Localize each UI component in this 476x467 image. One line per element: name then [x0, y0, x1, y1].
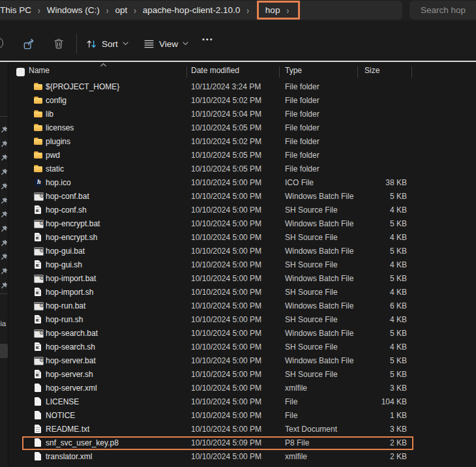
file-size: 6 KB	[358, 299, 412, 313]
file-row[interactable]: hop-run.sh 10/10/2024 5:00 PM SH Source …	[9, 313, 476, 327]
file-row[interactable]: hop-search.bat 10/10/2024 5:00 PM Window…	[9, 327, 476, 340]
breadcrumb-chevron-icon[interactable]: ›	[106, 5, 109, 15]
breadcrumb-chevron-icon[interactable]: ›	[38, 5, 40, 15]
file-name: hop-gui.sh	[46, 260, 82, 269]
clipped-toolbar-icon[interactable]	[0, 37, 3, 49]
row-empty-cell	[412, 395, 476, 409]
file-row[interactable]: hop-encrypt.bat 10/10/2024 5:00 PM Windo…	[9, 217, 476, 231]
chevron-down-icon	[183, 42, 188, 46]
file-type: File folder	[280, 94, 358, 108]
breadcrumb-item[interactable]: opt	[115, 5, 127, 15]
file-row[interactable]: LICENSE 10/10/2024 5:00 PM File 104 KB	[9, 395, 476, 409]
file-name: licenses	[46, 123, 74, 132]
file-name-cell: plugins	[9, 135, 187, 149]
more-options-button[interactable]: •••	[202, 35, 214, 43]
file-type: File folder	[280, 121, 358, 135]
column-header-type[interactable]: Type	[280, 63, 358, 79]
pushpin-icon	[1, 195, 8, 202]
folder-icon	[34, 123, 43, 132]
breadcrumb-item[interactable]: hop	[265, 5, 280, 15]
file-size: 2 KB	[358, 450, 412, 464]
breadcrumb-chevron-icon[interactable]: ›	[286, 5, 289, 15]
file-row[interactable]: hop-run.bat 10/10/2024 5:00 PM Windows B…	[9, 299, 476, 313]
file-name-cell: hop-search.sh	[9, 340, 187, 354]
file-row[interactable]: static 10/10/2024 5:05 PM File folder	[9, 162, 476, 176]
file-date-modified: 10/10/2024 5:00 PM	[187, 327, 280, 340]
file-name: snf_svc_user_key.p8	[46, 438, 119, 447]
file-date-modified: 10/10/2024 5:05 PM	[187, 149, 280, 162]
batch-file-icon	[34, 192, 43, 201]
breadcrumb-chevron-icon[interactable]: ›	[134, 5, 136, 15]
file-row[interactable]: licenses 10/10/2024 5:05 PM File folder	[9, 121, 476, 135]
file-name: hop.ico	[46, 178, 71, 187]
row-empty-cell	[412, 340, 476, 354]
breadcrumb-item[interactable]: Windows (C:)	[47, 5, 100, 15]
file-type: Windows Batch File	[280, 272, 358, 286]
column-header-size[interactable]: Size	[358, 63, 412, 79]
file-icon	[34, 411, 43, 420]
file-row-highlighted[interactable]: snf_svc_user_key.p8 10/10/2024 5:09 PM P…	[9, 436, 476, 450]
column-header-empty	[412, 63, 476, 79]
share-button[interactable]	[20, 35, 37, 52]
file-name: hop-server.sh	[46, 370, 93, 379]
file-date-modified: 10/10/2024 5:00 PM	[187, 217, 280, 231]
folder-icon	[34, 137, 43, 146]
file-size: 3 KB	[358, 382, 412, 395]
search-box[interactable]: Search hop	[409, 1, 476, 20]
shell-script-icon	[34, 260, 43, 269]
file-row[interactable]: hop.ico 10/10/2024 5:00 PM ICO File 38 K…	[9, 176, 476, 190]
pushpin-icon	[1, 237, 8, 245]
file-row[interactable]: hop-server.sh 10/10/2024 5:00 PM SH Sour…	[9, 368, 476, 382]
file-row[interactable]: hop-server.bat 10/10/2024 5:00 PM Window…	[9, 354, 476, 368]
file-date-modified: 10/10/2024 5:00 PM	[187, 368, 280, 382]
folder-icon	[34, 164, 43, 173]
file-date-modified: 10/10/2024 5:00 PM	[187, 340, 280, 354]
file-row[interactable]: hop-conf.sh 10/10/2024 5:00 PM SH Source…	[9, 203, 476, 217]
column-header-name[interactable]: Name	[9, 63, 187, 79]
column-header-label: Size	[364, 66, 379, 75]
file-row[interactable]: translator.xml 10/10/2024 5:00 PM xmlfil…	[9, 450, 476, 464]
select-all-checkbox[interactable]	[16, 68, 25, 76]
file-row[interactable]: hop-encrypt.sh 10/10/2024 5:00 PM SH Sou…	[9, 231, 476, 245]
shell-script-icon	[34, 233, 43, 242]
file-row[interactable]: hop-import.sh 10/10/2024 5:00 PM SH Sour…	[9, 286, 476, 299]
file-name: README.txt	[46, 425, 89, 434]
delete-button[interactable]	[50, 35, 67, 52]
file-row[interactable]: hop-gui.sh 10/10/2024 5:00 PM SH Source …	[9, 258, 476, 272]
file-size: 38 KB	[358, 176, 412, 190]
file-row[interactable]: hop-gui.bat 10/10/2024 5:00 PM Windows B…	[9, 245, 476, 258]
view-button[interactable]: View	[141, 35, 191, 53]
file-icon	[34, 397, 43, 406]
column-header-date-modified[interactable]: Date modified	[187, 63, 280, 79]
file-name-cell: hop-run.sh	[9, 313, 187, 327]
sort-button[interactable]: Sort	[83, 35, 131, 53]
batch-file-icon	[34, 301, 43, 310]
file-row[interactable]: hop-server.xml 10/10/2024 5:00 PM xmlfil…	[9, 382, 476, 395]
file-row[interactable]: README.txt 10/10/2024 5:00 PM Text Docum…	[9, 423, 476, 436]
file-name: plugins	[46, 137, 70, 146]
file-row[interactable]: pwd 10/10/2024 5:05 PM File folder	[9, 149, 476, 162]
file-row[interactable]: hop-import.bat 10/10/2024 5:00 PM Window…	[9, 272, 476, 286]
navigation-pane-clipped[interactable]: lia	[0, 62, 8, 467]
folder-icon	[34, 96, 43, 105]
file-row[interactable]: hop-conf.bat 10/10/2024 5:00 PM Windows …	[9, 190, 476, 203]
file-row[interactable]: config 10/10/2024 5:02 PM File folder	[9, 94, 476, 108]
file-name-cell: hop-run.bat	[9, 299, 187, 313]
file-size: 5 KB	[358, 354, 412, 368]
file-row[interactable]: hop-search.sh 10/10/2024 5:00 PM SH Sour…	[9, 340, 476, 354]
sidebar-selected-item[interactable]	[0, 344, 8, 358]
address-bar[interactable]: This PC›Windows (C:)›opt›apache-hop-clie…	[0, 1, 402, 20]
file-row[interactable]: NOTICE 10/10/2024 5:00 PM File 1 KB	[9, 409, 476, 423]
breadcrumb-chevron-icon[interactable]: ›	[246, 5, 249, 15]
row-empty-cell	[412, 176, 476, 190]
sidebar-item-label-clipped: lia	[0, 320, 6, 327]
file-row[interactable]: lib 10/10/2024 5:04 PM File folder	[9, 108, 476, 121]
file-date-modified: 10/10/2024 5:00 PM	[187, 423, 280, 436]
file-row[interactable]: ${PROJECT_HOME} 10/11/2024 3:24 PM File …	[9, 80, 476, 94]
breadcrumb-item[interactable]: This PC	[0, 5, 31, 15]
file-name-cell: static	[9, 162, 187, 176]
file-name-cell: hop-gui.sh	[9, 258, 187, 272]
file-size: 4 KB	[358, 258, 412, 272]
file-row[interactable]: plugins 10/10/2024 5:02 PM File folder	[9, 135, 476, 149]
breadcrumb-item[interactable]: apache-hop-client-2.10.0	[143, 5, 240, 15]
